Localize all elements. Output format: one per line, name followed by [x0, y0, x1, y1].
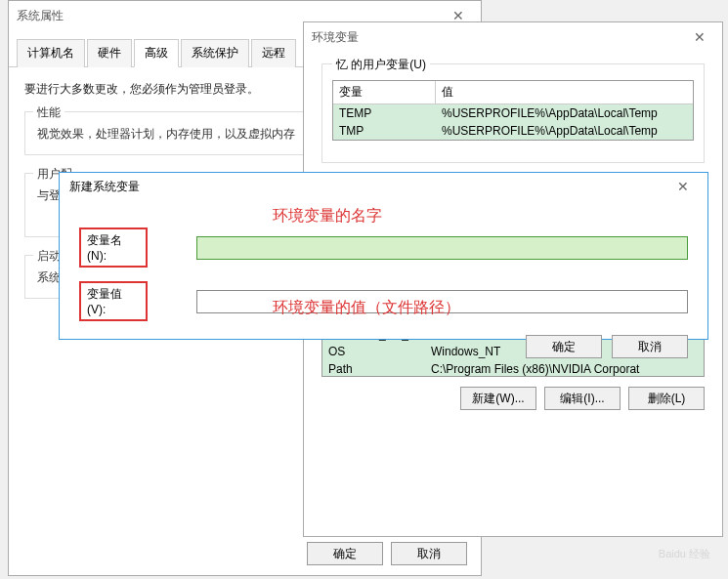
performance-label: 性能 [33, 104, 64, 121]
newvar-body: 变量名(N): 变量值(V): 确定 取消 [60, 200, 707, 372]
cancel-button[interactable]: 取消 [612, 335, 688, 358]
user-vars-group: 忆 的用户变量(U) 变量 值 TEMP%USERPROFILE%\AppDat… [321, 63, 705, 163]
table-header: 变量 值 [333, 81, 693, 104]
user-vars-label: 忆 的用户变量(U) [332, 57, 430, 73]
sysprops-buttons: 确定 取消 [307, 542, 467, 565]
edit-button[interactable]: 编辑(I)... [544, 387, 621, 410]
close-icon[interactable]: ✕ [668, 179, 698, 194]
variable-value-label: 变量值(V): [79, 281, 148, 321]
variable-name-label: 变量名(N): [79, 227, 148, 268]
cell-name: TEMP [333, 104, 436, 122]
variable-name-input[interactable] [196, 236, 688, 260]
tab-hardware[interactable]: 硬件 [87, 39, 132, 67]
sys-vars-buttons: 新建(W)... 编辑(I)... 删除(L) [321, 387, 705, 410]
tab-system-protection[interactable]: 系统保护 [181, 39, 249, 67]
newvar-titlebar: 新建系统变量 ✕ [60, 173, 707, 200]
user-vars-table: 变量 值 TEMP%USERPROFILE%\AppData\Local\Tem… [332, 80, 694, 141]
cell-value: %USERPROFILE%\AppData\Local\Temp [436, 122, 693, 140]
newvar-buttons: 确定 取消 [79, 335, 688, 358]
col-variable: 变量 [333, 81, 436, 103]
cell-name: TMP [333, 122, 436, 140]
ok-button[interactable]: 确定 [526, 335, 602, 358]
newvar-title: 新建系统变量 [69, 179, 140, 195]
new-system-variable-dialog: 新建系统变量 ✕ 变量名(N): 变量值(V): 确定 取消 环境变量的名字 环… [59, 172, 708, 340]
table-row[interactable]: TEMP%USERPROFILE%\AppData\Local\Temp [333, 104, 693, 122]
envvars-titlebar: 环境变量 ✕ [304, 22, 722, 52]
sysprops-title: 系统属性 [17, 8, 64, 24]
cell-value: %USERPROFILE%\AppData\Local\Temp [436, 104, 693, 122]
watermark: Baidu 经验 [659, 547, 710, 561]
close-icon[interactable]: ✕ [685, 29, 714, 45]
annotation-name: 环境变量的名字 [273, 206, 382, 227]
tab-advanced[interactable]: 高级 [134, 39, 179, 67]
cancel-button[interactable]: 取消 [391, 542, 467, 565]
envvars-title: 环境变量 [312, 29, 359, 46]
tab-remote[interactable]: 远程 [251, 39, 296, 67]
delete-button[interactable]: 删除(L) [628, 387, 705, 410]
annotation-value: 环境变量的值（文件路径） [273, 298, 460, 318]
new-button[interactable]: 新建(W)... [460, 387, 536, 410]
ok-button[interactable]: 确定 [307, 542, 383, 565]
user-rows: TEMP%USERPROFILE%\AppData\Local\TempTMP%… [333, 104, 693, 140]
name-row: 变量名(N): [79, 227, 688, 268]
col-value: 值 [436, 81, 693, 103]
tab-computer-name[interactable]: 计算机名 [17, 39, 85, 67]
table-row[interactable]: TMP%USERPROFILE%\AppData\Local\Temp [333, 122, 693, 140]
